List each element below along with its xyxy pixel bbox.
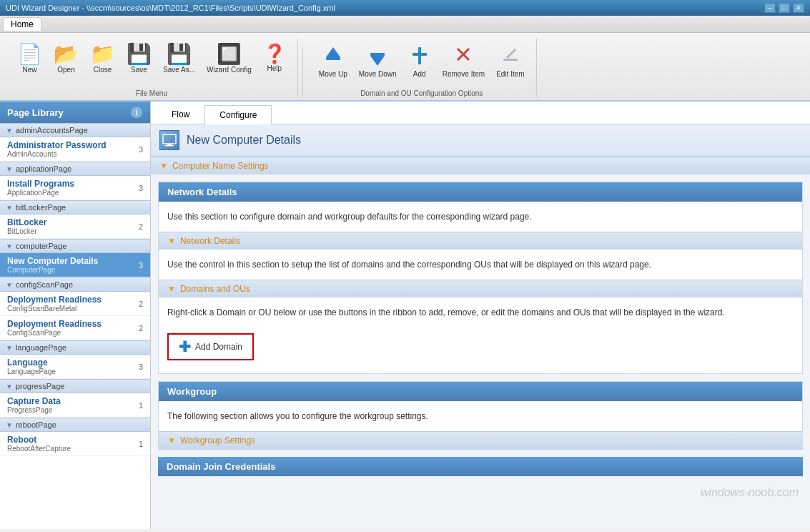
- item-info: Deployment Readiness ConfigScanPage: [7, 319, 102, 337]
- wizard-config-button[interactable]: 🔲 Wizard Config: [202, 41, 256, 84]
- edit-icon: [500, 44, 520, 69]
- saveas-label: Save As...: [163, 66, 195, 74]
- saveas-icon: 💾: [167, 44, 192, 64]
- ribbon-separator: [302, 47, 303, 97]
- section-label: rebootPage: [16, 420, 56, 429]
- section-arrow-icon: ▼: [6, 383, 13, 390]
- section-label: languagePage: [16, 343, 66, 352]
- svg-rect-0: [326, 57, 340, 60]
- move-down-label: Move Down: [359, 70, 397, 78]
- network-subheader-label: Network Details: [180, 236, 240, 246]
- item-info: New Computer Details ComputerPage: [7, 256, 98, 274]
- subsection-arrow-icon: ▼: [167, 236, 176, 246]
- sidebar-section-configscan[interactable]: ▼ configScanPage: [0, 277, 150, 292]
- sidebar-item-capturedata[interactable]: Capture Data ProgressPage 1: [0, 393, 150, 418]
- move-up-label: Move Up: [319, 70, 347, 78]
- open-icon: 📂: [54, 44, 79, 64]
- sidebar-section-reboot[interactable]: ▼ rebootPage: [0, 418, 150, 432]
- new-button[interactable]: 📄 New: [13, 41, 46, 84]
- computer-name-settings-header[interactable]: ▼ Computer Name Settings: [151, 157, 810, 174]
- menu-bar: Home: [0, 16, 810, 33]
- save-label: Save: [131, 66, 147, 74]
- ribbon: 📄 New 📂 Open 📁 Close 💾 Save 💾 Save As...…: [0, 33, 810, 102]
- add-domain-plus-icon: ✚: [179, 338, 191, 355]
- domains-ous-header[interactable]: ▼ Domains and OUs: [159, 280, 802, 297]
- close-button[interactable]: ✕: [793, 3, 804, 13]
- window-controls[interactable]: ─ □ ✕: [764, 3, 804, 13]
- sidebar-section-progress[interactable]: ▼ progressPage: [0, 379, 150, 393]
- domain-group-label: Domain and OU Configuration Options: [360, 89, 483, 97]
- page-library-title: Page Library: [7, 107, 64, 118]
- section-label: progressPage: [16, 382, 65, 390]
- sidebar-section-application[interactable]: ▼ applicationPage: [0, 162, 150, 176]
- domains-ous-label: Domains and OUs: [180, 284, 250, 294]
- content-area: Flow Configure New Computer Details ▼ Co…: [151, 102, 810, 529]
- section-arrow-icon: ▼: [6, 281, 13, 289]
- file-menu-group: 📄 New 📂 Open 📁 Close 💾 Save 💾 Save As...…: [6, 39, 298, 97]
- title-text: UDI Wizard Designer - \\sccm\sources\os\…: [6, 4, 335, 12]
- section-label: configScanPage: [16, 280, 73, 289]
- sidebar-section-computer[interactable]: ▼ computerPage: [0, 239, 150, 253]
- content-tabs: Flow Configure: [151, 102, 810, 124]
- domain-group: Move Up Move Down Add: [307, 39, 537, 97]
- move-down-button[interactable]: Move Down: [355, 41, 401, 84]
- edit-label: Edit Item: [496, 70, 524, 78]
- network-details-section: Network Details Use this section to conf…: [158, 182, 803, 374]
- item-info: Install Programs ApplicationPage: [7, 179, 74, 197]
- page-title-bar: New Computer Details: [151, 124, 810, 157]
- tab-flow[interactable]: Flow: [157, 104, 204, 124]
- sidebar-item-deployreadiness1[interactable]: Deployment Readiness ConfigScanBareMetal…: [0, 292, 150, 316]
- sidebar-item-installprograms[interactable]: Install Programs ApplicationPage 3: [0, 176, 150, 200]
- sidebar-header: Page Library i: [0, 102, 150, 123]
- sidebar-item-adminpassword[interactable]: Administrator Password AdminAccounts 3: [0, 137, 150, 162]
- main-layout: Page Library i ▼ adminAccountsPage Admin…: [0, 102, 810, 529]
- tab-configure[interactable]: Configure: [204, 105, 272, 124]
- maximize-button[interactable]: □: [779, 3, 790, 13]
- svg-rect-10: [163, 134, 176, 144]
- help-label: Help: [267, 64, 282, 72]
- edit-item-button[interactable]: Edit Item: [492, 41, 528, 84]
- move-up-button[interactable]: Move Up: [315, 41, 352, 84]
- move-down-icon: [367, 44, 387, 69]
- sidebar-item-bitlocker[interactable]: BitLocker BitLocker 2: [0, 215, 150, 239]
- item-info: Capture Data ProgressPage: [7, 396, 61, 414]
- saveas-button[interactable]: 💾 Save As...: [159, 41, 199, 84]
- sidebar-item-language[interactable]: Language LanguagePage 3: [0, 355, 150, 379]
- minimize-button[interactable]: ─: [764, 3, 776, 13]
- sidebar-item-deployreadiness2[interactable]: Deployment Readiness ConfigScanPage 2: [0, 316, 150, 340]
- network-details-subheader[interactable]: ▼ Network Details: [159, 232, 802, 250]
- item-info: Reboot RebootAfterCapture: [7, 435, 71, 453]
- add-domain-container: ✚ Add Domain: [159, 327, 802, 373]
- sidebar-info-button[interactable]: i: [130, 106, 143, 119]
- sidebar-item-newcomputerdetails[interactable]: New Computer Details ComputerPage 3: [0, 253, 150, 277]
- add-button[interactable]: Add: [404, 41, 435, 84]
- network-details-title: Network Details: [159, 182, 802, 202]
- help-button[interactable]: ❓ Help: [259, 41, 290, 84]
- close-file-icon: 📁: [90, 44, 115, 64]
- section-arrow-icon: ▼: [6, 127, 13, 134]
- add-domain-button[interactable]: ✚ Add Domain: [167, 333, 254, 360]
- home-menu-tab[interactable]: Home: [3, 17, 41, 31]
- close-button-ribbon[interactable]: 📁 Close: [86, 41, 119, 84]
- section-arrow-icon: ▼: [6, 344, 13, 352]
- open-button[interactable]: 📂 Open: [49, 41, 83, 84]
- item-info: Deployment Readiness ConfigScanBareMetal: [7, 295, 102, 312]
- domain-join-credentials-title: Domain Join Credentials: [158, 457, 803, 476]
- domains-ous-description: Right-click a Domain or OU below or use …: [159, 297, 802, 327]
- sidebar-section-adminaccounts[interactable]: ▼ adminAccountsPage: [0, 123, 150, 137]
- remove-item-button[interactable]: Remove Item: [438, 41, 489, 84]
- subsection-arrow-icon: ▼: [167, 435, 176, 445]
- item-info: Administrator Password AdminAccounts: [7, 140, 107, 158]
- wizard-icon: 🔲: [217, 44, 242, 64]
- sidebar-section-bitlocker[interactable]: ▼ bitLockerPage: [0, 200, 150, 215]
- open-label: Open: [57, 66, 74, 74]
- remove-label: Remove Item: [443, 70, 485, 78]
- workgroup-settings-header[interactable]: ▼ Workgroup Settings: [159, 431, 802, 449]
- svg-rect-12: [165, 145, 174, 147]
- close-label: Close: [94, 66, 112, 74]
- move-up-icon: [323, 44, 343, 69]
- sidebar-section-language[interactable]: ▼ languagePage: [0, 340, 150, 355]
- computer-name-settings-label: Computer Name Settings: [172, 161, 269, 171]
- sidebar-item-reboot[interactable]: Reboot RebootAfterCapture 1: [0, 432, 150, 456]
- save-button[interactable]: 💾 Save: [122, 41, 156, 84]
